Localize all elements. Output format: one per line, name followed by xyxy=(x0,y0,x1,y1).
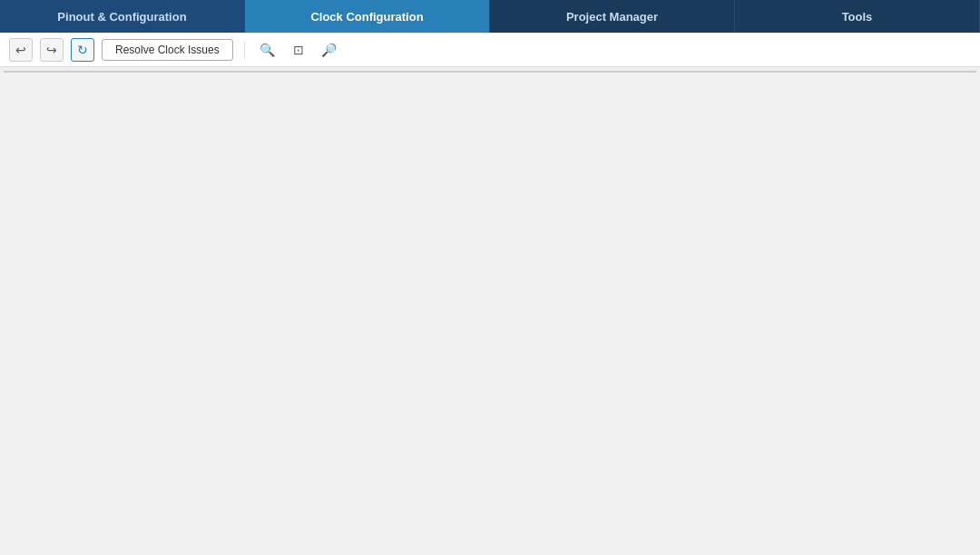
separator xyxy=(244,41,245,59)
top-navigation: Pinout & Configuration Clock Configurati… xyxy=(0,0,980,33)
zoom-out-icon[interactable]: 🔎 xyxy=(318,38,341,62)
refresh-button[interactable]: ↻ xyxy=(71,38,94,62)
zoom-in-icon[interactable]: 🔍 xyxy=(256,38,279,62)
tab-pinout[interactable]: Pinout & Configuration xyxy=(0,0,245,33)
fit-view-icon[interactable]: ⊡ xyxy=(287,38,310,62)
resolve-clock-button[interactable]: Resolve Clock Issues xyxy=(102,39,233,61)
redo-button[interactable]: ↪ xyxy=(40,38,64,62)
undo-button[interactable]: ↩ xyxy=(9,38,33,62)
tab-clock[interactable]: Clock Configuration xyxy=(245,0,490,33)
clock-diagram-canvas: Input frequency 32.768 0-1000 KHz LSE LS… xyxy=(4,71,976,73)
tab-project[interactable]: Project Manager xyxy=(490,0,735,33)
toolbar: ↩ ↪ ↻ Resolve Clock Issues 🔍 ⊡ 🔎 xyxy=(0,33,980,67)
tab-tools[interactable]: Tools xyxy=(735,0,980,33)
